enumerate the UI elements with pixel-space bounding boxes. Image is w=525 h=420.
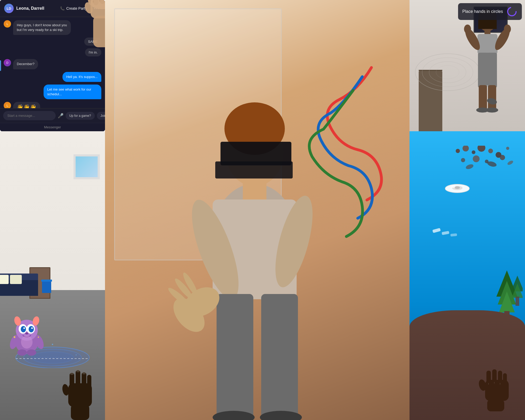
svg-point-87	[463, 146, 469, 151]
svg-point-93	[473, 155, 480, 162]
circle-arc-icon	[506, 6, 518, 17]
svg-point-65	[23, 327, 25, 329]
svg-point-49	[508, 7, 516, 16]
svg-point-70	[17, 349, 27, 356]
message-row-sched: Let me see what work for our schedul...	[4, 85, 101, 99]
message-bubble-imin: I'm in.	[85, 48, 101, 56]
svg-rect-114	[450, 233, 457, 237]
ar-hand	[60, 368, 100, 420]
svg-rect-2	[93, 0, 98, 5]
message-bubble-dec: December?	[13, 59, 38, 69]
message-bubble-sched: Let me see what work for our schedul...	[44, 85, 101, 99]
svg-rect-18	[261, 294, 298, 420]
emoji-avatar: L	[4, 102, 11, 108]
svg-rect-83	[70, 373, 74, 375]
other-avatar-2: D	[4, 59, 11, 66]
message-row-dec: D December?	[4, 59, 101, 69]
join-vr-button[interactable]: Join me in VR	[97, 112, 105, 120]
fitness-person-svg	[456, 7, 519, 131]
svg-rect-84	[76, 370, 80, 372]
svg-text:★: ★	[13, 335, 16, 339]
svg-rect-22	[215, 161, 293, 178]
svg-point-99	[507, 160, 514, 166]
svg-point-54	[76, 354, 77, 355]
svg-rect-45	[488, 85, 496, 110]
svg-point-86	[456, 149, 460, 153]
trash-can	[42, 281, 51, 293]
disc-trail	[433, 224, 472, 239]
game-disc	[444, 183, 470, 194]
svg-rect-112	[433, 228, 441, 233]
svg-point-55	[52, 344, 53, 345]
vr-person-panel	[105, 0, 410, 420]
svg-rect-34	[478, 19, 497, 29]
svg-point-64	[29, 326, 34, 332]
svg-rect-17	[217, 294, 253, 420]
message-bubble-hellya: Hell ya. It's suppos...	[62, 72, 101, 82]
message-bubble-emoji: 👋👋👋	[13, 102, 40, 108]
svg-rect-43	[488, 53, 497, 88]
svg-rect-119	[503, 373, 507, 386]
message-row-hellya: Hell ya. It's suppos...	[4, 72, 101, 82]
player-hand	[472, 369, 519, 411]
svg-rect-118	[498, 371, 502, 384]
messenger-panel: LD Leona, Darrell 📞 Create Party ••• L H…	[0, 0, 105, 131]
svg-point-47	[486, 108, 498, 113]
svg-rect-77	[70, 373, 74, 390]
svg-rect-12	[243, 178, 266, 200]
svg-rect-106	[516, 297, 519, 306]
svg-point-66	[31, 327, 33, 329]
fitness-background: Place hands in circles	[410, 0, 525, 131]
svg-point-63	[21, 326, 26, 332]
couch	[0, 279, 38, 296]
svg-point-88	[472, 150, 475, 154]
svg-rect-6	[93, 16, 105, 47]
message-row-imin: I'm in.	[4, 48, 101, 56]
sidebar-active-indicator	[0, 60, 1, 71]
place-hands-text: Place hands in circles	[462, 9, 503, 14]
user-avatar: LD	[4, 4, 14, 13]
svg-rect-85	[82, 372, 86, 374]
header-username: Leona, Darrell	[16, 6, 55, 11]
other-avatar: L	[4, 20, 11, 28]
messenger-footer-label: Messenger	[0, 123, 105, 131]
svg-rect-121	[487, 400, 504, 411]
svg-rect-117	[492, 369, 497, 384]
svg-rect-42	[478, 53, 487, 88]
svg-rect-82	[71, 404, 89, 420]
svg-point-92	[461, 158, 465, 162]
message-row-emoji: L 👋👋👋	[4, 102, 101, 108]
fitness-instruction-panel: Place hands in circles	[458, 3, 522, 20]
message-input[interactable]	[3, 111, 56, 120]
svg-rect-44	[479, 85, 487, 110]
svg-rect-80	[87, 375, 91, 390]
svg-point-97	[465, 163, 474, 170]
ar-creature: ★ ✦	[8, 314, 45, 356]
svg-point-95	[500, 155, 505, 160]
game-button[interactable]: Up for a game?	[66, 112, 95, 120]
fitness-panel: Place hands in circles	[410, 0, 525, 131]
svg-point-96	[506, 147, 509, 150]
message-bubble-1: Hey guys, I don't know about you but I'm…	[13, 20, 71, 35]
svg-point-40	[504, 24, 511, 33]
svg-point-90	[488, 149, 493, 153]
svg-rect-113	[442, 231, 449, 235]
phone-icon: 📞	[60, 6, 65, 10]
svg-rect-36	[477, 34, 497, 54]
game-panel	[410, 131, 525, 420]
svg-point-67	[25, 332, 28, 334]
messenger-label-text: Messenger	[44, 125, 61, 129]
svg-point-89	[477, 146, 485, 152]
svg-point-110	[455, 186, 460, 189]
svg-point-39	[464, 24, 471, 33]
ar-panel: ★ ✦	[0, 131, 105, 420]
ar-window	[74, 154, 100, 179]
chat-input-area: 🎤 Up for a game? Join me in VR	[0, 108, 105, 123]
svg-point-72	[21, 335, 33, 349]
person-svg	[105, 0, 410, 420]
svg-rect-116	[486, 371, 491, 385]
svg-point-71	[27, 349, 36, 356]
ar-path-dashes	[16, 356, 89, 362]
svg-rect-78	[76, 370, 80, 388]
mic-icon[interactable]: 🎤	[58, 113, 64, 119]
